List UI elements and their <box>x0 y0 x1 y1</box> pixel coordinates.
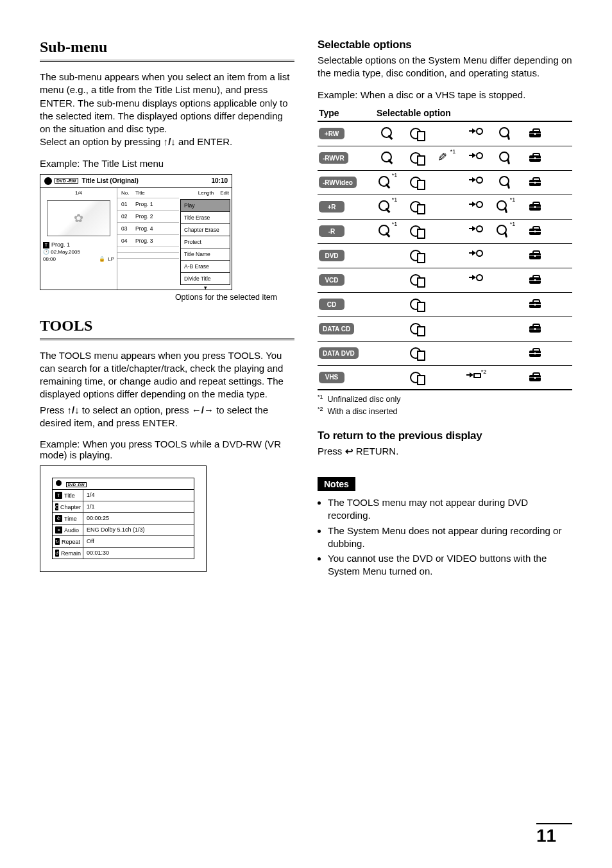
prog-date: 🕐 02.May.2005 <box>40 248 117 256</box>
table-row: CD <box>318 293 572 317</box>
left-column: Sub-menu The sub-menu appears when you s… <box>40 39 294 580</box>
text: to select an option, press <box>80 404 192 415</box>
submenu-item: Play <box>181 200 230 212</box>
options-cell: *2 <box>377 372 571 383</box>
type-badge: +RW <box>319 128 344 139</box>
type-cell: VHS <box>319 372 377 383</box>
disc-info-icon <box>410 372 424 383</box>
options-cell <box>377 299 571 310</box>
type-badge: -RWVR <box>319 152 348 164</box>
text: The sub-menu appears when you select an … <box>40 71 289 134</box>
table-row: DATA DVD <box>318 342 572 366</box>
osd-header: DVD -RW Title List (Original) 10:10 <box>40 175 232 188</box>
options-table: Type Selectable option +RW≡-RWVR≡*1-RWVi… <box>318 105 572 390</box>
footnote-text: Unfinalized disc only <box>327 395 400 404</box>
tools-text-1: The TOOLS menu appears when you press TO… <box>40 349 294 401</box>
type-cell: DVD <box>319 250 377 261</box>
list-row: 02Prog. 2 <box>117 210 179 222</box>
table-header: Type Selectable option <box>318 105 572 122</box>
prog-title: TProg. 1 <box>40 240 117 248</box>
dubbing-icon <box>466 372 480 383</box>
thumbnail: ✿ <box>47 200 110 236</box>
notes-badge: Notes <box>318 477 355 491</box>
title-list-figure: DVD -RW Title List (Original) 10:10 1/4 … <box>40 174 232 290</box>
osd-right-pane: Length Edit Play Title Erase Chapter Era… <box>179 188 232 290</box>
prog-length: 08:00🔒LP <box>40 256 117 266</box>
figure-caption: Options for the selected item <box>40 293 277 302</box>
options-cell <box>377 250 571 261</box>
footnote-ref: *2 <box>481 369 487 375</box>
text: 02.May.2005 <box>51 249 80 255</box>
row-icon: C <box>55 503 58 510</box>
tools-row-value: 1/1 <box>83 501 98 512</box>
dubbing-icon <box>469 128 483 139</box>
dubbing-icon <box>469 153 483 163</box>
type-badge: -RWVideo <box>319 177 357 188</box>
text: 08:00 <box>43 256 56 262</box>
tools-row-label: ↺Remain <box>53 548 83 559</box>
disc-setting-icon <box>499 176 512 189</box>
disc-badge: DVD -RW <box>66 482 87 487</box>
tools-row-label: ≡Audio <box>53 525 83 535</box>
osd-title: Title List (Original) <box>82 177 139 184</box>
scroll-down-icon: ▾ <box>179 285 232 290</box>
col-title: Title <box>135 190 145 196</box>
dubbing-icon <box>469 226 483 236</box>
setup-icon <box>528 177 542 187</box>
disc-setting-icon <box>497 225 509 238</box>
options-cell: ≡*1*1 <box>377 200 571 213</box>
submenu-item: Chapter Erase <box>181 224 230 236</box>
row-icon: ⏱ <box>55 515 62 522</box>
submenu-item: Title Erase <box>181 212 230 224</box>
row-icon: ↻ <box>55 538 60 545</box>
table-row: -RWVR≡*1 <box>318 146 572 171</box>
setup-icon <box>528 348 542 358</box>
submenu-text: The sub-menu appears when you select an … <box>40 71 294 149</box>
return-icon: ↩ <box>345 446 353 456</box>
disc-setting-icon <box>497 200 509 213</box>
type-badge: CD <box>319 299 344 310</box>
row-icon: ≡ <box>55 526 62 534</box>
type-cell: -R <box>319 225 377 237</box>
dubbing-icon <box>469 275 483 285</box>
footnote-mark: *2 <box>318 406 323 412</box>
type-badge: DATA DVD <box>319 347 359 359</box>
type-cell: +R <box>319 201 377 213</box>
tools-osd: DVD -RW TTitle1/4CChapter1/1⏱Time00:00:2… <box>52 478 194 559</box>
disc-setting-icon <box>499 152 512 164</box>
col-length: Length <box>198 190 214 196</box>
table-row: -R≡*1*1 <box>318 220 572 244</box>
options-cell: ≡ <box>377 127 571 140</box>
selectable-heading: Selectable options <box>318 39 572 51</box>
list-row: 03Prog. 4 <box>117 222 179 234</box>
setup-icon <box>528 128 542 139</box>
tools-row: ≡AudioENG Dolby 5.1ch (1/3) <box>53 525 194 536</box>
list-row <box>117 247 179 252</box>
options-cell: ≡*1 <box>377 176 571 189</box>
text: RETURN. <box>353 446 399 456</box>
text: and ENTER. <box>176 136 232 147</box>
setup-icon <box>528 250 542 261</box>
setup-icon <box>528 275 542 285</box>
options-cell <box>377 274 571 286</box>
tools-row: ↻RepeatOff <box>53 536 194 548</box>
tools-row-value: Off <box>83 536 98 547</box>
options-cell: ≡*1 <box>377 152 571 164</box>
disc-info-icon <box>410 347 424 359</box>
type-badge: VCD <box>319 274 344 286</box>
disc-badge: DVD -RW <box>55 178 78 184</box>
tools-row-label: TTitle <box>53 490 83 501</box>
leftright-arrow-icon: ←/→ <box>192 404 214 415</box>
setup-icon <box>528 299 542 309</box>
right-column: Selectable options Selectable options on… <box>318 39 572 580</box>
text: Press <box>318 446 345 456</box>
footnote-text: With a disc inserted <box>327 407 397 416</box>
updown-arrow-icon: ↑/↓ <box>164 136 176 147</box>
footnotes: *1 Unfinalized disc only *2 With a disc … <box>318 393 572 418</box>
type-badge: DVD <box>319 250 344 261</box>
rule <box>40 60 294 62</box>
type-badge: +R <box>319 201 344 213</box>
lock-icon: 🔒 <box>99 256 105 262</box>
disc-icon <box>56 480 62 486</box>
osd-clock: 10:10 <box>211 177 228 184</box>
